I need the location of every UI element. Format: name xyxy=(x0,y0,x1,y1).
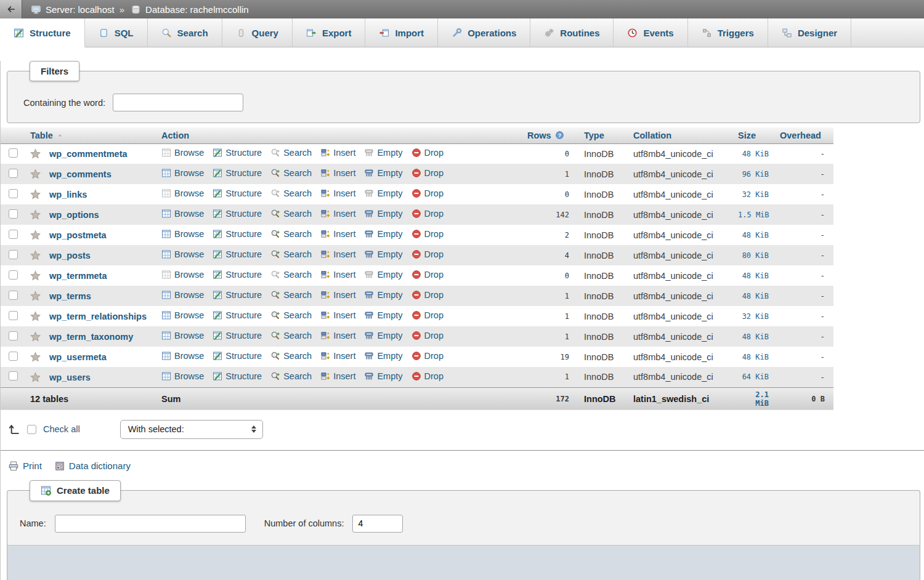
row-checkbox[interactable] xyxy=(9,148,18,158)
favorite-star-icon[interactable] xyxy=(30,230,41,240)
drop-link[interactable]: Drop xyxy=(411,351,444,361)
table-name-link[interactable]: wp_term_relationships xyxy=(49,312,147,321)
sort-by-collation-link[interactable]: Collation xyxy=(633,131,671,140)
drop-link[interactable]: Drop xyxy=(411,249,444,259)
insert-link[interactable]: Insert xyxy=(320,249,355,259)
structure-link[interactable]: Structure xyxy=(213,229,262,239)
breadcrumb-database[interactable]: Database: rachelmccollin xyxy=(145,4,249,15)
insert-link[interactable]: Insert xyxy=(320,188,355,198)
structure-link[interactable]: Structure xyxy=(213,148,262,158)
search-link[interactable]: Search xyxy=(270,290,312,300)
row-checkbox[interactable] xyxy=(9,189,18,198)
tab-sql[interactable]: SQL xyxy=(85,18,148,47)
sort-by-overhead-link[interactable]: Overhead xyxy=(780,131,821,140)
help-icon[interactable] xyxy=(555,131,564,140)
table-name-link[interactable]: wp_terms xyxy=(49,291,91,301)
row-checkbox[interactable] xyxy=(9,250,18,259)
favorite-star-icon[interactable] xyxy=(30,209,41,220)
search-link[interactable]: Search xyxy=(270,270,312,280)
structure-link[interactable]: Structure xyxy=(213,249,262,259)
search-link[interactable]: Search xyxy=(270,229,312,239)
table-name-link[interactable]: wp_term_taxonomy xyxy=(49,332,133,342)
drop-link[interactable]: Drop xyxy=(411,229,444,239)
structure-link[interactable]: Structure xyxy=(213,371,262,381)
favorite-star-icon[interactable] xyxy=(30,352,41,362)
structure-link[interactable]: Structure xyxy=(213,331,262,340)
row-checkbox[interactable] xyxy=(9,371,18,381)
drop-link[interactable]: Drop xyxy=(411,270,444,280)
empty-link[interactable]: Empty xyxy=(364,229,402,239)
insert-link[interactable]: Insert xyxy=(320,371,355,381)
row-checkbox[interactable] xyxy=(9,311,18,320)
empty-link[interactable]: Empty xyxy=(364,371,402,381)
row-checkbox[interactable] xyxy=(9,352,18,361)
favorite-star-icon[interactable] xyxy=(30,169,41,179)
search-link[interactable]: Search xyxy=(270,351,312,361)
table-name-link[interactable]: wp_links xyxy=(49,190,87,199)
table-name-link[interactable]: wp_commentmeta xyxy=(49,149,128,159)
browse-link[interactable]: Browse xyxy=(161,290,204,300)
data-dictionary-link[interactable]: Data dictionary xyxy=(54,461,131,472)
back-button[interactable] xyxy=(0,0,22,18)
insert-link[interactable]: Insert xyxy=(320,310,355,320)
insert-link[interactable]: Insert xyxy=(320,331,355,340)
favorite-star-icon[interactable] xyxy=(30,148,41,159)
insert-link[interactable]: Insert xyxy=(320,209,355,219)
sort-by-table-link[interactable]: Table xyxy=(30,131,63,140)
containing-word-input[interactable] xyxy=(113,94,243,111)
with-selected-select[interactable]: With selected: xyxy=(120,420,263,439)
browse-link[interactable]: Browse xyxy=(161,310,204,320)
tab-query[interactable]: Query xyxy=(222,18,293,47)
favorite-star-icon[interactable] xyxy=(30,372,41,382)
browse-link[interactable]: Browse xyxy=(161,229,204,239)
favorite-star-icon[interactable] xyxy=(30,189,41,199)
search-link[interactable]: Search xyxy=(270,331,312,340)
structure-link[interactable]: Structure xyxy=(213,168,262,178)
tab-import[interactable]: Import xyxy=(365,18,438,47)
check-all-link[interactable]: Check all xyxy=(43,424,80,434)
table-name-link[interactable]: wp_users xyxy=(49,373,91,382)
insert-link[interactable]: Insert xyxy=(320,270,355,280)
drop-link[interactable]: Drop xyxy=(411,148,444,158)
tab-routines[interactable]: Routines xyxy=(530,18,614,47)
browse-link[interactable]: Browse xyxy=(161,188,204,198)
tab-triggers[interactable]: Triggers xyxy=(688,18,768,47)
breadcrumb-server[interactable]: Server: localhost xyxy=(46,4,115,15)
structure-link[interactable]: Structure xyxy=(213,188,262,198)
browse-link[interactable]: Browse xyxy=(161,209,204,219)
browse-link[interactable]: Browse xyxy=(161,148,204,158)
columns-count-input[interactable] xyxy=(352,515,403,533)
browse-link[interactable]: Browse xyxy=(161,249,204,259)
empty-link[interactable]: Empty xyxy=(364,249,402,259)
browse-link[interactable]: Browse xyxy=(161,351,204,361)
empty-link[interactable]: Empty xyxy=(364,270,402,280)
sort-by-size-link[interactable]: Size xyxy=(738,131,756,140)
empty-link[interactable]: Empty xyxy=(364,209,402,219)
browse-link[interactable]: Browse xyxy=(161,270,204,280)
row-checkbox[interactable] xyxy=(9,331,18,340)
search-link[interactable]: Search xyxy=(270,188,312,198)
browse-link[interactable]: Browse xyxy=(161,168,204,178)
table-name-link[interactable]: wp_postmeta xyxy=(49,230,107,240)
insert-link[interactable]: Insert xyxy=(320,168,355,178)
table-name-link[interactable]: wp_options xyxy=(49,210,99,220)
tab-export[interactable]: Export xyxy=(293,18,366,47)
drop-link[interactable]: Drop xyxy=(411,188,444,198)
drop-link[interactable]: Drop xyxy=(411,168,444,178)
row-checkbox[interactable] xyxy=(9,270,18,280)
drop-link[interactable]: Drop xyxy=(411,290,444,300)
sort-by-rows-link[interactable]: Rows xyxy=(527,131,564,140)
structure-link[interactable]: Structure xyxy=(213,351,262,361)
tab-events[interactable]: Events xyxy=(614,18,687,47)
favorite-star-icon[interactable] xyxy=(30,291,41,301)
tab-structure[interactable]: Structure xyxy=(0,18,85,47)
browse-link[interactable]: Browse xyxy=(161,331,204,340)
structure-link[interactable]: Structure xyxy=(213,310,262,320)
table-name-link[interactable]: wp_usermeta xyxy=(49,352,107,362)
favorite-star-icon[interactable] xyxy=(30,331,41,342)
sort-by-type-link[interactable]: Type xyxy=(584,131,604,140)
drop-link[interactable]: Drop xyxy=(411,331,444,340)
empty-link[interactable]: Empty xyxy=(364,310,402,320)
empty-link[interactable]: Empty xyxy=(364,188,402,198)
insert-link[interactable]: Insert xyxy=(320,148,355,158)
